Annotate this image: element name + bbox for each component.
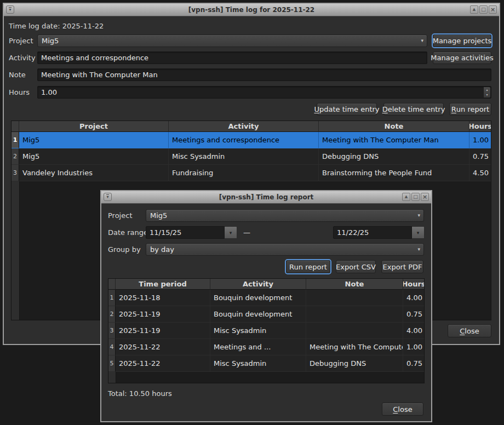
project-combobox[interactable]: Mig5 ▾ xyxy=(37,35,427,47)
cell-project[interactable]: Mig5 xyxy=(19,148,169,165)
cell-hours[interactable]: 0.75 xyxy=(469,148,491,165)
cell-activity[interactable]: Fundraising xyxy=(169,165,319,181)
cell-activity[interactable]: Misc Sysadmin xyxy=(210,323,306,339)
cell-activity[interactable]: Misc Sysadmin xyxy=(169,148,319,165)
spin-up-button[interactable]: ▴ xyxy=(484,87,490,93)
cell-hours[interactable]: 4.00 xyxy=(403,290,424,306)
table-row[interactable]: 5 2025-11-22 Misc Sysadmin Debugging DNS… xyxy=(108,355,424,372)
main-titlebar[interactable]: ▾ [vpn-ssh] Time log for 2025-11-22 ▲ □ … xyxy=(4,4,499,16)
cell-note[interactable] xyxy=(306,323,403,339)
hours-spinbox[interactable]: 1.00 ▴ ▾ xyxy=(37,86,491,99)
table-row[interactable]: 2 2025-11-19 Bouquin development 0.75 xyxy=(108,306,424,323)
cell-hours[interactable]: 0.75 xyxy=(403,306,424,323)
close-window-button[interactable]: × xyxy=(421,193,429,201)
report-close-button[interactable]: Close xyxy=(382,403,423,416)
table-row[interactable]: 3 2025-11-19 Misc Sysadmin 4.00 xyxy=(108,323,424,339)
maximize-icon: □ xyxy=(481,7,486,12)
header-activity[interactable]: Activity xyxy=(210,279,306,290)
cell-period[interactable]: 2025-11-22 xyxy=(116,339,210,355)
update-time-entry-button[interactable]: Update time entry xyxy=(317,103,377,116)
window-menu-button[interactable]: ▾ xyxy=(104,193,112,201)
date-range-separator: — xyxy=(243,226,250,239)
cell-hours[interactable]: 1.00 xyxy=(403,339,424,355)
date-end-dropdown-button[interactable]: ▾ xyxy=(412,226,425,239)
cell-note[interactable]: Brainstorming the People Fund xyxy=(319,165,469,181)
report-project-label: Project xyxy=(108,209,132,222)
main-window-title: [vpn-ssh] Time log for 2025-11-22 xyxy=(188,6,314,14)
table-row[interactable]: 1 2025-11-18 Bouquin development 4.00 xyxy=(108,290,424,306)
table-row[interactable]: 2 Mig5 Misc Sysadmin Debugging DNS 0.75 xyxy=(12,148,491,165)
date-start-dropdown-button[interactable]: ▾ xyxy=(225,226,237,239)
window-menu-button[interactable]: ▾ xyxy=(6,5,14,14)
total-hours-label: Total: 10.50 hours xyxy=(108,389,172,398)
shade-button[interactable]: ▲ xyxy=(402,193,410,201)
header-time-period[interactable]: Time period xyxy=(116,279,210,290)
cell-note[interactable]: Meeting with The Computer Man xyxy=(319,132,469,148)
project-label: Project xyxy=(9,35,33,47)
cell-activity[interactable]: Misc Sysadmin xyxy=(210,355,306,372)
group-by-value: by day xyxy=(150,245,174,254)
spin-down-icon: ▾ xyxy=(484,93,490,96)
export-csv-button[interactable]: Export CSV xyxy=(336,260,376,273)
header-activity[interactable]: Activity xyxy=(169,121,319,132)
cell-activity[interactable]: Meetings and correspondence xyxy=(169,132,319,148)
report-dialog: ▾ [vpn-ssh] Time log report ▲ □ × Projec… xyxy=(100,190,432,422)
close-window-button[interactable]: × xyxy=(489,5,497,14)
table-row[interactable]: 4 2025-11-22 Meetings and ... Meeting wi… xyxy=(108,339,424,355)
report-run-button[interactable]: Run report xyxy=(286,260,330,273)
table-row[interactable]: 1 Mig5 Meetings and correspondence Meeti… xyxy=(12,132,491,148)
report-project-combobox[interactable]: Mig5 ▾ xyxy=(146,209,424,222)
cell-note[interactable]: Meeting with The Computer... xyxy=(306,339,403,355)
cell-project[interactable]: Mig5 xyxy=(19,132,169,148)
shade-icon: ▲ xyxy=(473,8,476,12)
manage-projects-button[interactable]: Manage projects xyxy=(433,35,491,47)
manage-activities-button[interactable]: Manage activities xyxy=(433,51,491,64)
header-note[interactable]: Note xyxy=(306,279,403,290)
header-hours[interactable]: Hours xyxy=(469,121,491,132)
header-project[interactable]: Project xyxy=(19,121,169,132)
date-start-picker[interactable]: 11/15/25 ▾ xyxy=(146,226,237,239)
delete-time-entry-button[interactable]: Delete time entry xyxy=(383,103,444,116)
date-start-input[interactable]: 11/15/25 xyxy=(146,226,225,239)
note-label: Note xyxy=(9,68,26,81)
row-gutter-strip xyxy=(108,372,116,383)
cell-period[interactable]: 2025-11-18 xyxy=(116,290,210,306)
cell-activity[interactable]: Bouquin development xyxy=(210,306,306,323)
spin-down-button[interactable]: ▾ xyxy=(484,93,490,98)
cell-activity[interactable]: Bouquin development xyxy=(210,290,306,306)
cell-hours[interactable]: 4.50 xyxy=(469,165,491,181)
shade-button[interactable]: ▲ xyxy=(470,5,478,14)
close-icon: × xyxy=(490,7,495,13)
cell-note[interactable]: Debugging DNS xyxy=(306,355,403,372)
row-number: 4 xyxy=(108,339,116,355)
cell-note[interactable] xyxy=(306,306,403,323)
maximize-button[interactable]: □ xyxy=(479,5,488,14)
header-hours[interactable]: Hours xyxy=(403,279,424,290)
cell-period[interactable]: 2025-11-22 xyxy=(116,355,210,372)
date-end-input[interactable]: 11/22/25 xyxy=(333,226,412,239)
date-range-label: Date range xyxy=(108,226,148,239)
cell-hours[interactable]: 1.00 xyxy=(469,132,491,148)
header-note[interactable]: Note xyxy=(319,121,469,132)
group-by-combobox[interactable]: by day ▾ xyxy=(146,243,424,256)
report-titlebar[interactable]: ▾ [vpn-ssh] Time log report ▲ □ × xyxy=(101,191,431,204)
cell-hours[interactable]: 0.75 xyxy=(403,355,424,372)
cell-activity[interactable]: Meetings and ... xyxy=(210,339,306,355)
date-end-picker[interactable]: 11/22/25 ▾ xyxy=(333,226,425,239)
cell-note[interactable] xyxy=(306,290,403,306)
cell-project[interactable]: Vandeley Industries xyxy=(19,165,169,181)
cell-note[interactable]: Debugging DNS xyxy=(319,148,469,165)
row-number: 5 xyxy=(108,355,116,372)
row-number: 2 xyxy=(12,148,19,165)
maximize-button[interactable]: □ xyxy=(411,193,420,201)
cell-period[interactable]: 2025-11-19 xyxy=(116,306,210,323)
run-report-button[interactable]: Run report xyxy=(449,103,491,116)
cell-hours[interactable]: 4.00 xyxy=(403,323,424,339)
main-close-button[interactable]: Close xyxy=(448,324,491,337)
export-pdf-button[interactable]: Export PDF xyxy=(381,260,423,273)
cell-period[interactable]: 2025-11-19 xyxy=(116,323,210,339)
note-input[interactable]: Meeting with The Computer Man xyxy=(37,68,491,81)
activity-input[interactable]: Meetings and correspondence xyxy=(37,51,427,64)
activity-label: Activity xyxy=(9,51,36,64)
table-row[interactable]: 3 Vandeley Industries Fundraising Brains… xyxy=(12,165,491,181)
